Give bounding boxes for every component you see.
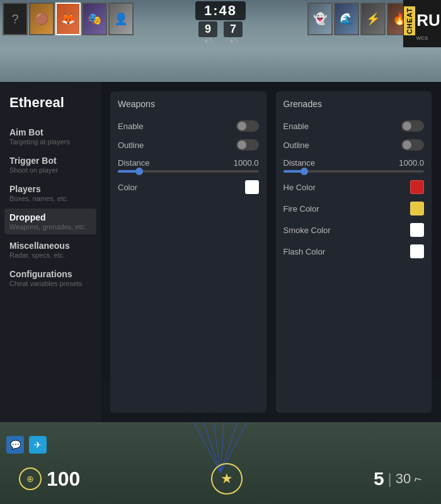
grenades-outline-row: Outline bbox=[284, 139, 425, 151]
wcs-label: WCS bbox=[416, 35, 428, 41]
compass-icon: ★ bbox=[211, 463, 243, 495]
cheat-label: CHEAT bbox=[404, 6, 415, 35]
grenades-enable-label: Enable bbox=[284, 122, 309, 131]
grenades-fire-color-label: Fire Color bbox=[284, 204, 319, 214]
avatar-4: 👤 bbox=[108, 3, 134, 35]
avatar-r3: ⚡ bbox=[360, 3, 386, 35]
score-left-sub: ▲5 bbox=[198, 37, 217, 43]
hud-left-team: ? 🟤 🦊 🎭 👤 bbox=[0, 0, 136, 38]
grenades-distance-label: Distance bbox=[284, 158, 316, 168]
weapons-outline-row: Outline bbox=[118, 139, 259, 151]
grenades-distance-value: 1000.0 bbox=[399, 158, 424, 168]
grenades-enable-toggle[interactable] bbox=[401, 120, 424, 132]
weapons-outline-toggle[interactable] bbox=[236, 139, 259, 151]
ammo-separator: | bbox=[388, 470, 392, 488]
sidebar-title: Ethereal bbox=[9, 94, 91, 111]
grenades-outline-label: Outline bbox=[284, 140, 309, 150]
ammo-reserve: 30 bbox=[396, 471, 411, 487]
toggle-knob bbox=[403, 140, 411, 149]
sidebar-item-triggerbot[interactable]: Trigger Bot Shoot on player bbox=[9, 152, 91, 178]
content-area: Weapons Enable Outline Distance 1000.0 bbox=[101, 82, 441, 422]
grenades-flash-color-label: Flash Color bbox=[284, 247, 325, 256]
grenades-he-color-label: He Color bbox=[284, 183, 316, 192]
slider-thumb bbox=[135, 168, 143, 175]
grenades-flash-color-row: Flash Color bbox=[284, 244, 425, 258]
score-right-sub: ▲5 bbox=[224, 37, 243, 43]
grenades-he-color-swatch[interactable] bbox=[410, 180, 424, 194]
weapons-distance-value: 1000.0 bbox=[234, 158, 259, 168]
weapons-distance-row: Distance 1000.0 bbox=[118, 158, 259, 173]
weapons-distance-slider[interactable] bbox=[118, 170, 259, 173]
score-left: 9 bbox=[198, 21, 217, 37]
grenades-panel-title: Grenades bbox=[284, 99, 425, 113]
sidebar-bottom-icons: 💬 ✈ bbox=[6, 436, 47, 454]
weapons-color-row: Color bbox=[118, 180, 259, 194]
grenades-smoke-color-label: Smoke Color bbox=[284, 226, 331, 235]
toggle-knob bbox=[403, 122, 411, 130]
ru-label: RU bbox=[416, 11, 440, 30]
hud-center: 1:48 9 ▲5 7 ▲5 bbox=[195, 0, 246, 43]
health-display: ⊕ 100 bbox=[19, 467, 80, 491]
weapons-enable-label: Enable bbox=[118, 122, 143, 131]
sidebar: Ethereal Aim Bot Targeting at players Tr… bbox=[0, 82, 101, 422]
cheat-logo: CHEAT RU WCS bbox=[403, 0, 441, 47]
weapons-enable-row: Enable bbox=[118, 120, 259, 132]
hud-top: ? 🟤 🦊 🎭 👤 1:48 9 ▲5 bbox=[0, 0, 441, 47]
grenades-fire-color-row: Fire Color bbox=[284, 202, 425, 215]
grenades-smoke-color-swatch[interactable] bbox=[410, 223, 424, 237]
avatar-2: 🦊 bbox=[55, 3, 81, 35]
avatar-3: 🎭 bbox=[82, 3, 107, 35]
discord-icon: 💬 bbox=[10, 440, 21, 450]
health-icon: ⊕ bbox=[19, 467, 42, 490]
weapons-color-label: Color bbox=[118, 183, 137, 192]
score-right: 7 bbox=[224, 21, 243, 37]
sidebar-item-miscellaneous[interactable]: Miscellaneous Radar, specs, etc. bbox=[9, 237, 91, 263]
hud-timer: 1:48 bbox=[195, 1, 246, 20]
sidebar-item-players[interactable]: Players Boxes, names, etc. bbox=[9, 180, 91, 206]
weapons-distance-label: Distance bbox=[118, 158, 150, 168]
grenades-distance-row: Distance 1000.0 bbox=[284, 158, 425, 173]
grenades-panel: Grenades Enable Outline Distance 1000.0 bbox=[276, 91, 432, 413]
weapons-panel-title: Weapons bbox=[118, 99, 259, 113]
weapons-outline-label: Outline bbox=[118, 140, 144, 150]
grenades-enable-row: Enable bbox=[284, 120, 425, 132]
grenades-fire-color-swatch[interactable] bbox=[410, 202, 424, 215]
telegram-button[interactable]: ✈ bbox=[29, 436, 47, 454]
game-background-top: ? 🟤 🦊 🎭 👤 1:48 9 ▲5 bbox=[0, 0, 441, 82]
ammo-main: 5 bbox=[374, 468, 384, 490]
weapons-enable-toggle[interactable] bbox=[236, 120, 259, 132]
toggle-knob bbox=[238, 122, 246, 130]
grenades-he-color-row: He Color bbox=[284, 180, 425, 194]
slider-thumb bbox=[301, 168, 308, 175]
cheat-menu-overlay: Ethereal Aim Bot Targeting at players Tr… bbox=[0, 82, 441, 422]
grenades-outline-toggle[interactable] bbox=[401, 139, 424, 151]
avatar-r1: 👻 bbox=[307, 3, 333, 35]
grenades-distance-slider[interactable] bbox=[284, 170, 425, 173]
avatar-r2: 🌊 bbox=[334, 3, 359, 35]
avatar-1: 🟤 bbox=[29, 3, 54, 35]
sidebar-item-dropped[interactable]: Dropped Weapons, grenades, etc. bbox=[4, 209, 96, 234]
weapons-panel: Weapons Enable Outline Distance 1000.0 bbox=[110, 91, 266, 413]
weapon-icon: ⌐ bbox=[413, 471, 424, 486]
sidebar-item-configurations[interactable]: Configurations Cheat variables presets bbox=[9, 265, 91, 291]
ammo-display: 5 | 30 ⌐ bbox=[374, 468, 422, 490]
grenades-smoke-color-row: Smoke Color bbox=[284, 223, 425, 237]
health-value: 100 bbox=[47, 467, 80, 491]
hud-scores: 9 ▲5 7 ▲5 bbox=[198, 21, 243, 43]
discord-button[interactable]: 💬 bbox=[6, 436, 24, 454]
avatar-question: ? bbox=[3, 3, 28, 35]
sidebar-item-aimbot[interactable]: Aim Bot Targeting at players bbox=[9, 123, 91, 149]
toggle-knob bbox=[238, 140, 246, 149]
grenades-flash-color-swatch[interactable] bbox=[410, 244, 424, 258]
hud-bottom: ⊕ 100 ★ 5 | 30 ⌐ bbox=[0, 460, 441, 498]
telegram-icon: ✈ bbox=[34, 440, 42, 450]
weapons-color-swatch[interactable] bbox=[245, 180, 259, 194]
